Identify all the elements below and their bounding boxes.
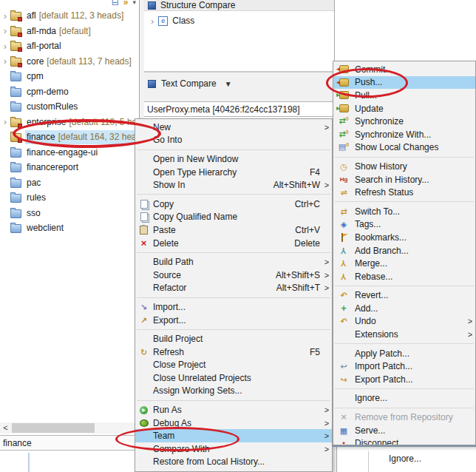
tree-item-enterprise[interactable]: ›enterprise[default 110, 5 heads] [0,115,139,130]
menu-item-disconnect[interactable]: ▪Disconnect [333,436,475,445]
tree-item-pac[interactable]: pac [0,175,139,191]
structure-compare-class-row[interactable]: › e Class [144,13,334,28]
menu-item-debug-as[interactable]: Debug As> [135,417,332,430]
closed-folder-icon [10,149,21,158]
team-submenu: ◄Commit...◄Push...►Pull...►Update⇄0Synch… [333,61,476,445]
menu-item-run-as[interactable]: ▶Run As> [135,403,332,417]
tree-item-rules[interactable]: rules [0,190,139,206]
menu-item-synchronize-with[interactable]: ⇄0Synchronize With... [333,128,475,141]
menu-item-copy[interactable]: CopyCtrl+C [135,198,332,211]
scroll-left-icon[interactable]: < [0,422,11,434]
tree-item-core[interactable]: ›core[default 113, 7 heads] [0,54,139,70]
menu-item-assign-working-sets[interactable]: Assign Working Sets... [135,385,332,398]
menu-item-shortcut: Alt+Shift+T [276,283,320,293]
menu-item-label: Show In [153,180,185,190]
closed-folder-icon [10,209,21,218]
menu-item-refresh-status[interactable]: ⇌Refresh Status [333,186,475,199]
menu-item-undo[interactable]: ↶Undo> [333,315,475,328]
collapse-all-icon[interactable]: ⊟ [112,0,119,7]
menu-item-search-in-history[interactable]: HgSearch in History... [333,173,475,186]
expand-chevron-icon[interactable]: › [0,10,10,21]
menu-item-commit[interactable]: ◄Commit... [333,63,475,76]
menu-item-pull[interactable]: ►Pull... [333,89,475,102]
submenu-arrow-icon: > [322,445,332,454]
view-menu-icon[interactable]: ▾ [132,0,136,7]
merge-icon: Y [341,259,346,268]
tree-item-cpm-demo[interactable]: cpm-demo [0,84,139,100]
history-icon: ◷ [340,162,347,171]
menu-item-export[interactable]: ↗Export... [135,314,332,327]
menu-item-show-in[interactable]: Show InAlt+Shift+W> [135,178,332,192]
project-name: webclient [27,223,64,233]
menu-item-ignore[interactable]: Ignore... [333,392,475,405]
menu-item-switch-to[interactable]: ⇄Switch To... [333,205,475,218]
tree-item-sso[interactable]: sso [0,206,139,221]
closed-folder-icon [10,103,21,112]
menu-item-revert[interactable]: ↶Revert... [333,289,475,303]
tree-item-customrules[interactable]: customRules [0,99,139,115]
menu-item-push[interactable]: ◄Push... [333,76,475,90]
menu-item-label: Restore from Local History... [153,456,265,467]
tree-item-afl-mda[interactable]: ›afl-mda[default] [0,24,139,39]
menu-item-merge[interactable]: YMerge... [333,257,475,270]
menu-item-show-history[interactable]: ◷Show History [333,160,475,173]
expand-chevron-icon[interactable]: › [0,41,10,52]
menu-item-add-branch[interactable]: YAdd Branch... [333,244,475,257]
menu-item-update[interactable]: ►Update [333,102,475,115]
menu-item-close-project[interactable]: Close Project [135,359,332,372]
menu-item-open-in-new-window[interactable]: Open in New Window [135,152,332,166]
menu-item-refactor[interactable]: RefactorAlt+Shift+T> [135,282,332,295]
menu-item-source[interactable]: SourceAlt+Shift+S> [135,269,332,282]
menu-item-build-project[interactable]: Build Project [135,332,332,345]
project-name: rules [27,192,46,203]
expand-chevron-icon[interactable]: › [0,116,10,127]
expand-chevron-icon[interactable]: › [0,25,10,36]
menu-item-bookmarks[interactable]: Bookmarks... [333,231,475,244]
menu-item-label: Close Project [153,360,205,370]
menu-item-team[interactable]: Team> [135,429,332,442]
menu-item-extensions[interactable]: Extensions> [333,328,475,341]
menu-item-label: Undo [355,316,376,326]
import-patch-icon: ↩ [340,362,347,371]
menu-item-label: Synchronize With... [355,129,431,140]
menu-item-build-path[interactable]: Build Path> [135,255,332,269]
menu-item-refresh[interactable]: ↻RefreshF5 [135,345,332,359]
menu-item-compare-with[interactable]: Compare With> [135,442,332,456]
menu-item-serve[interactable]: ▦Serve... [333,424,475,437]
menu-item-delete[interactable]: ×DeleteDelete [135,237,332,250]
tree-item-financereport[interactable]: financereport [0,160,139,175]
horizontal-scrollbar[interactable]: < [0,422,139,434]
project-name: customRules [27,101,78,112]
menu-item-go-into[interactable]: Go Into [135,134,332,147]
expand-chevron-icon[interactable]: › [0,55,10,67]
menu-item-synchronize[interactable]: ⇄0Synchronize [333,115,475,128]
tree-item-afl-portal[interactable]: ›afl-portal [0,38,139,54]
chevron-down-icon[interactable]: ▼ [225,80,232,88]
menu-item-tags[interactable]: ◈Tags... [333,218,475,232]
menu-item-new[interactable]: New> [135,121,332,134]
menu-item-add[interactable]: +Add... [333,302,475,315]
tree-item-webclient[interactable]: webclient [0,220,139,236]
menu-item-import-patch[interactable]: ↩Import Patch... [333,360,475,373]
menu-item-paste[interactable]: PasteCtrl+V [135,223,332,237]
project-explorer-panel: ⊟ » ▾ ›afl[default 112, 3 heads]›afl-mda… [0,0,140,422]
menu-item-import[interactable]: ↘Import... [135,300,332,314]
tree-item-finance-engage-ui[interactable]: finance-engage-ui [0,145,139,161]
tree-item-cpm[interactable]: cpm [0,69,139,84]
menu-item-close-unrelated-projects[interactable]: Close Unrelated Projects [135,371,332,385]
menu-item-label: Export... [153,315,186,326]
scrollbar-thumb[interactable] [12,423,95,433]
expand-chevron-icon[interactable]: › [151,16,154,27]
menu-item-open-type-hierarchy[interactable]: Open Type HierarchyF4 [135,166,332,179]
menu-item-copy-qualified-name[interactable]: Copy Qualified Name [135,211,332,224]
link-with-editor-icon[interactable]: » [123,0,129,7]
menu-separator [335,388,474,389]
menu-item-show-local-changes[interactable]: ▤0Show Local Changes [333,141,475,155]
menu-item-rebase[interactable]: YRebase... [333,270,475,283]
tree-item-afl[interactable]: ›afl[default 112, 3 heads] [0,8,139,24]
menu-item-export-patch[interactable]: ↪Export Patch... [333,373,475,386]
menu-item-apply-patch[interactable]: Apply Patch... [333,347,475,360]
menu-item-remove-from-repository[interactable]: ×Remove from Repository [333,411,475,424]
menu-item-restore-from-local-history[interactable]: Restore from Local History... [135,456,332,469]
tree-item-finance[interactable]: finance[default 164, 32 heads] [0,129,139,145]
